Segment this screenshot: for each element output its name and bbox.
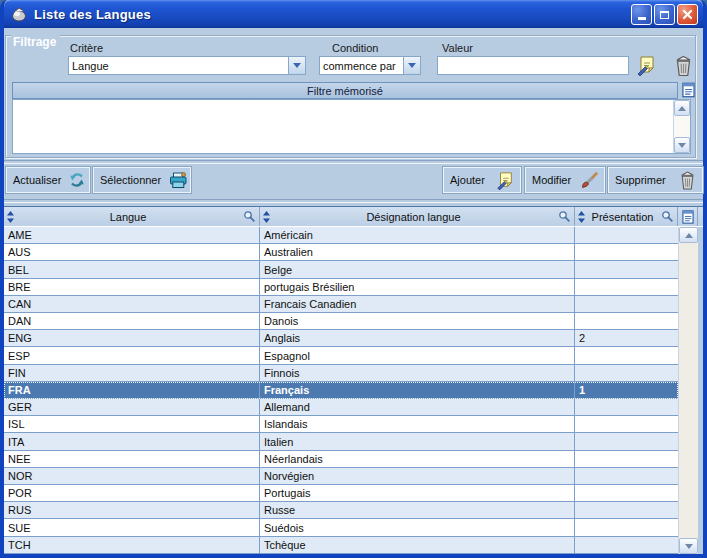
add-button[interactable]: Ajouter [443, 167, 521, 193]
table-form-button[interactable] [678, 207, 698, 226]
refresh-button[interactable]: Actualiser [6, 167, 90, 193]
cell-langue: ENG [4, 330, 260, 346]
cell-langue: AUS [4, 244, 260, 260]
cell-designation: portugais Brésilien [260, 279, 575, 295]
scroll-up-button[interactable] [679, 227, 698, 243]
memorized-filter-label: Filtre mémorisé [307, 85, 383, 97]
filter-group-label: Filtrage [11, 35, 60, 51]
cell-presentation [575, 468, 678, 484]
table-row[interactable]: BEL Belge [4, 261, 678, 278]
table-row[interactable]: NEE Néerlandais [4, 451, 678, 468]
cell-presentation [575, 244, 678, 260]
clear-filter-button[interactable] [674, 55, 693, 80]
add-filter-button[interactable] [636, 55, 656, 79]
condition-dropdown-button[interactable] [403, 57, 420, 74]
table-row[interactable]: TCH Tchèque [4, 537, 678, 554]
table-row[interactable]: ESP Espagnol [4, 347, 678, 364]
cell-langue: FRA [4, 382, 260, 398]
modify-button-label: Modifier [532, 174, 571, 186]
criterion-dropdown-button[interactable] [288, 57, 305, 74]
client-area: Filtrage Critère Langue Condition commen… [4, 28, 703, 554]
cell-presentation [575, 261, 678, 277]
column-label: Présentation [587, 211, 658, 223]
note-pencil-icon [496, 171, 514, 190]
cell-langue: CAN [4, 296, 260, 312]
delete-button[interactable]: Supprimer [608, 167, 703, 193]
cell-presentation [575, 433, 678, 449]
form-icon [682, 82, 695, 98]
table-row[interactable]: DAN Danois [4, 313, 678, 330]
trash-icon [679, 171, 696, 190]
cell-designation: Italien [260, 433, 575, 449]
arrow-down-icon [685, 544, 693, 549]
table-row[interactable]: FRA Français 1 [4, 382, 678, 399]
table-row[interactable]: POR Portugais [4, 485, 678, 502]
scroll-up-button[interactable] [674, 100, 690, 116]
cell-designation: Anglais [260, 330, 575, 346]
value-input[interactable] [437, 56, 629, 75]
minimize-button[interactable] [631, 4, 652, 25]
memorized-filter-list[interactable] [12, 99, 691, 154]
table-row[interactable]: FIN Finnois [4, 365, 678, 382]
table-scrollbar[interactable] [678, 227, 698, 554]
delete-button-label: Supprimer [615, 174, 666, 186]
minimize-icon [638, 17, 646, 20]
memorized-filter-list-empty[interactable] [13, 100, 673, 153]
cell-langue: ESP [4, 347, 260, 363]
cell-presentation [575, 537, 678, 553]
table-row[interactable]: RUS Russe [4, 502, 678, 519]
cell-presentation [575, 399, 678, 415]
cell-designation: Finnois [260, 365, 575, 381]
value-label: Valeur [442, 42, 473, 54]
table-row[interactable]: CAN Francais Canadien [4, 296, 678, 313]
cell-designation: Norvégien [260, 468, 575, 484]
column-header-presentation[interactable]: Présentation [575, 207, 678, 226]
arrow-up-icon [678, 106, 686, 111]
close-button[interactable] [677, 4, 698, 25]
table-row[interactable]: SUE Suédois [4, 519, 678, 536]
cell-langue: SUE [4, 519, 260, 535]
table-body: AME Américain AUS Australien BEL Belge B… [4, 227, 678, 554]
memorized-filter-header[interactable]: Filtre mémorisé [12, 82, 678, 99]
table-row[interactable]: ISL Islandais [4, 416, 678, 433]
cell-langue: AME [4, 227, 260, 243]
scroll-down-button[interactable] [674, 137, 690, 153]
search-icon[interactable] [661, 210, 674, 223]
table-row[interactable]: ENG Anglais 2 [4, 330, 678, 347]
column-header-langue[interactable]: Langue [4, 207, 260, 226]
cell-designation: Islandais [260, 416, 575, 432]
cell-designation: Danois [260, 313, 575, 329]
table-row[interactable]: AUS Australien [4, 244, 678, 261]
search-icon[interactable] [558, 210, 571, 223]
memorized-filter-scrollbar[interactable] [673, 100, 690, 153]
condition-combobox[interactable]: commence par [319, 56, 421, 75]
column-label: Langue [16, 211, 240, 223]
modify-button[interactable]: Modifier [525, 167, 605, 193]
cell-designation: Allemand [260, 399, 575, 415]
header-filler [698, 207, 703, 226]
cell-langue: FIN [4, 365, 260, 381]
column-header-designation[interactable]: Désignation langue [260, 207, 575, 226]
titlebar[interactable]: Liste des Langues [4, 0, 703, 28]
table-row[interactable]: BRE portugais Brésilien [4, 279, 678, 296]
scroll-down-button[interactable] [679, 538, 698, 554]
cell-designation: Espagnol [260, 347, 575, 363]
maximize-icon [660, 11, 669, 19]
table-row[interactable]: NOR Norvégien [4, 468, 678, 485]
cell-presentation [575, 365, 678, 381]
arrow-down-icon [678, 143, 686, 148]
close-icon [682, 9, 693, 20]
trash-icon [674, 55, 693, 77]
printer-icon [169, 172, 188, 189]
table-row[interactable]: AME Américain [4, 227, 678, 244]
table-row[interactable]: GER Allemand [4, 399, 678, 416]
search-icon[interactable] [243, 210, 256, 223]
paintbrush-icon [581, 172, 598, 189]
select-button[interactable]: Sélectionner [93, 167, 191, 193]
note-pencil-icon [636, 55, 656, 76]
cell-designation: Francais Canadien [260, 296, 575, 312]
maximize-button[interactable] [654, 4, 675, 25]
criterion-combobox[interactable]: Langue [68, 56, 306, 75]
table-row[interactable]: ITA Italien [4, 433, 678, 450]
condition-label: Condition [332, 42, 378, 54]
